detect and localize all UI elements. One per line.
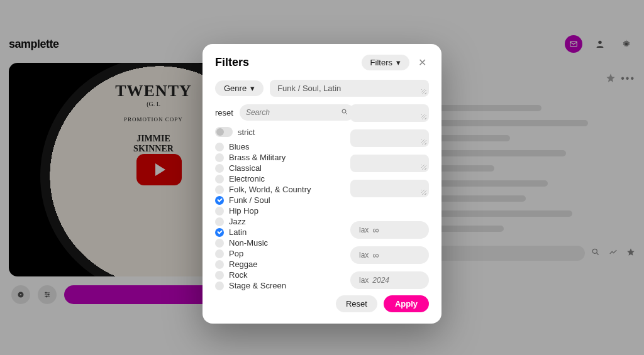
genre-option-label: Classical xyxy=(229,163,262,173)
apply-button[interactable]: Apply xyxy=(384,295,429,312)
genre-option-label: Pop xyxy=(229,249,243,258)
genre-option[interactable]: Reggae xyxy=(215,259,344,269)
checkbox-checked-icon xyxy=(215,196,224,205)
genre-option[interactable]: Stage & Screen xyxy=(215,281,344,290)
checkbox-icon xyxy=(215,143,224,151)
genre-option[interactable]: Brass & Military xyxy=(215,153,344,162)
genre-search[interactable] xyxy=(240,104,355,121)
checkbox-checked-icon xyxy=(215,228,224,237)
infinity-icon: ∞ xyxy=(372,225,379,235)
genre-option-label: Electronic xyxy=(229,174,265,183)
genre-dropdown[interactable]: Genre ▾ xyxy=(215,80,264,96)
infinity-icon: ∞ xyxy=(372,250,379,260)
checkbox-icon xyxy=(215,239,224,248)
genre-list: BluesBrass & MilitaryClassicalElectronic… xyxy=(215,142,344,290)
checkbox-icon xyxy=(215,281,224,290)
chevron-down-icon: ▾ xyxy=(396,58,401,67)
checkbox-icon xyxy=(215,207,224,216)
filters-dropdown-label: Filters xyxy=(370,58,392,67)
genre-option-label: Non-Music xyxy=(229,238,268,248)
chevron-down-icon: ▾ xyxy=(250,84,255,93)
genre-option[interactable]: Electronic xyxy=(215,174,344,183)
lax-year-pill[interactable]: lax 2024 xyxy=(350,271,429,289)
lax-pill[interactable]: lax ∞ xyxy=(350,246,429,264)
genre-option[interactable]: Hip Hop xyxy=(215,206,344,216)
checkbox-icon xyxy=(215,153,224,162)
search-icon xyxy=(341,107,348,118)
genre-option-label: Reggae xyxy=(229,259,258,269)
genre-option[interactable]: Funk / Soul xyxy=(215,195,344,205)
strict-toggle[interactable] xyxy=(215,127,233,137)
checkbox-icon xyxy=(215,260,224,269)
app-root: samplette TWENTY (G. L PROMOTION COPY JI… xyxy=(0,0,644,355)
search-input[interactable] xyxy=(246,108,341,117)
filters-modal: Filters Filters ▾ ✕ Genre ▾ Funk / Soul,… xyxy=(203,44,441,324)
right-side-fields: lax ∞ lax ∞ lax 2024 xyxy=(350,104,429,289)
genre-option[interactable]: Blues xyxy=(215,142,344,151)
genre-option[interactable]: Non-Music xyxy=(215,238,344,248)
genre-option[interactable]: Latin xyxy=(215,227,344,237)
ghost-field[interactable] xyxy=(350,155,429,172)
lax-pill[interactable]: lax ∞ xyxy=(350,221,429,239)
modal-footer: Reset Apply xyxy=(215,295,429,312)
svg-point-9 xyxy=(342,109,346,113)
genre-option[interactable]: Folk, World, & Country xyxy=(215,185,344,194)
modal-body: reset strict BluesBrass & MilitaryClassi… xyxy=(215,104,429,290)
checkbox-icon xyxy=(215,164,224,173)
genre-option-label: Jazz xyxy=(229,217,246,226)
checkbox-icon xyxy=(215,185,224,194)
reset-button[interactable]: Reset xyxy=(336,295,377,312)
checkbox-icon xyxy=(215,271,224,280)
lax-label: lax xyxy=(359,276,369,285)
genre-option-label: Latin xyxy=(229,227,247,237)
ghost-field[interactable] xyxy=(350,104,429,122)
checkbox-icon xyxy=(215,217,224,226)
ghost-field[interactable] xyxy=(350,129,429,147)
genre-dropdown-label: Genre xyxy=(224,84,247,93)
modal-overlay[interactable]: Filters Filters ▾ ✕ Genre ▾ Funk / Soul,… xyxy=(0,0,644,355)
modal-header: Filters Filters ▾ ✕ xyxy=(215,54,429,71)
modal-title: Filters xyxy=(215,56,249,69)
strict-label: strict xyxy=(238,128,255,137)
lax-label: lax xyxy=(359,251,369,259)
checkbox-icon xyxy=(215,175,224,183)
genre-option[interactable]: Rock xyxy=(215,270,344,280)
genre-value[interactable]: Funk / Soul, Latin xyxy=(270,80,429,97)
genre-row: Genre ▾ Funk / Soul, Latin xyxy=(215,80,429,97)
ghost-field[interactable] xyxy=(350,180,429,197)
lax-year: 2024 xyxy=(372,276,389,285)
genre-option-label: Hip Hop xyxy=(229,206,258,216)
genre-option[interactable]: Classical xyxy=(215,163,344,173)
genre-option-label: Blues xyxy=(229,142,250,151)
close-icon[interactable]: ✕ xyxy=(416,54,429,71)
genre-option-label: Rock xyxy=(229,270,248,280)
genre-option[interactable]: Pop xyxy=(215,249,344,258)
genre-option[interactable]: Jazz xyxy=(215,217,344,226)
reset-link[interactable]: reset xyxy=(215,108,233,117)
filters-dropdown[interactable]: Filters ▾ xyxy=(362,55,409,70)
lax-label: lax xyxy=(359,226,369,234)
genre-option-label: Brass & Military xyxy=(229,153,286,162)
genre-option-label: Funk / Soul xyxy=(229,195,270,205)
checkbox-icon xyxy=(215,249,224,258)
genre-option-label: Stage & Screen xyxy=(229,281,286,290)
genre-option-label: Folk, World, & Country xyxy=(229,185,311,194)
